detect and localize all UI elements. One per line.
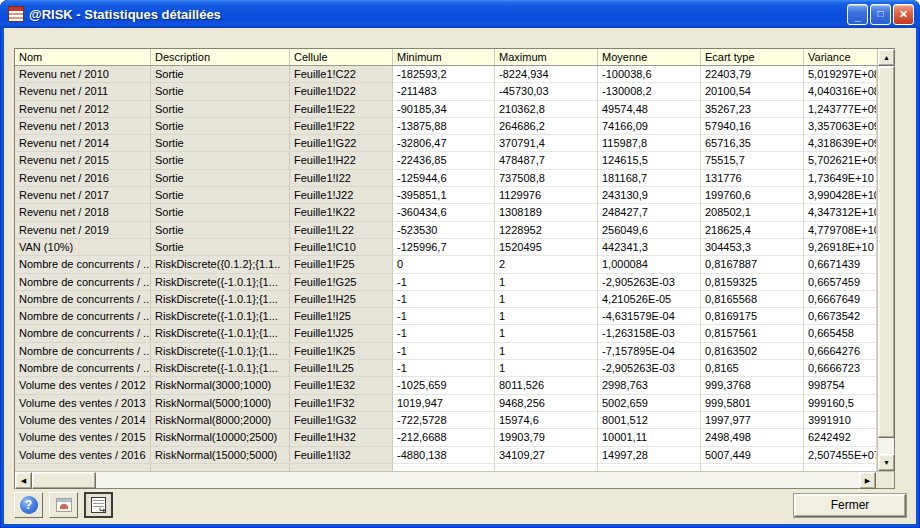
table-row[interactable]: Revenu net / 2013SortieFeuille1!F22-1387…: [15, 118, 877, 135]
column-header-nom[interactable]: Nom: [15, 49, 151, 65]
table-row[interactable]: Revenu net / 2010SortieFeuille1!C22-1825…: [15, 66, 877, 83]
table-row[interactable]: Nombre de concurrents / ..RiskDiscrete({…: [15, 291, 877, 308]
table-cell: 22403,79: [701, 66, 804, 83]
table-row[interactable]: Nombre de concurrents / ..RiskDiscrete({…: [15, 274, 877, 291]
table-row[interactable]: Revenu net / 2011SortieFeuille1!D22-2114…: [15, 83, 877, 100]
table-cell: -523530: [393, 222, 495, 239]
table-cell: Sortie: [151, 101, 290, 118]
table-row[interactable]: Nombre de concurrents / ..RiskDiscrete({…: [15, 343, 877, 360]
table-cell: -1: [393, 325, 495, 342]
table-row[interactable]: Revenu net / 2015SortieFeuille1!H22-2243…: [15, 152, 877, 169]
table-row[interactable]: VAN (10%)SortieFeuille1!C10-125996,71520…: [15, 239, 877, 256]
vertical-scroll-thumb[interactable]: [878, 66, 895, 438]
table-cell: Feuille1!K22: [290, 204, 393, 221]
column-header-ecart-type[interactable]: Ecart type: [701, 49, 804, 65]
table-row[interactable]: Volume des ventes / 2016RiskNormal(15000…: [15, 447, 877, 464]
column-header-cellule[interactable]: Cellule: [290, 49, 393, 65]
table-cell: [290, 464, 393, 471]
table-row[interactable]: Revenu net / 2019SortieFeuille1!L22-5235…: [15, 222, 877, 239]
table-cell: 0,8159325: [701, 274, 804, 291]
table-cell: Revenu net / 2016: [15, 170, 151, 187]
table-header-row: NomDescriptionCelluleMinimumMaximumMoyen…: [15, 49, 877, 66]
table-cell: 49574,48: [598, 101, 701, 118]
table-cell: Feuille1!F25: [290, 256, 393, 273]
table-cell: 1: [495, 360, 598, 377]
table-row[interactable]: Nombre de concurrents / ..RiskDiscrete({…: [15, 325, 877, 342]
vertical-scrollbar[interactable]: ▲ ▼: [877, 49, 894, 471]
table-cell: RiskDiscrete({-1.0.1};{1...: [151, 325, 290, 342]
minimize-button[interactable]: _: [847, 4, 868, 25]
table-cell: 3,357063E+09: [804, 118, 877, 135]
table-cell: 210362,8: [495, 101, 598, 118]
table-cell: Volume des ventes / 2013: [15, 395, 151, 412]
table-cell: 1129976: [495, 187, 598, 204]
table-cell: -8224,934: [495, 66, 598, 83]
table-row[interactable]: Volume des ventes / 2014RiskNormal(8000;…: [15, 412, 877, 429]
table-cell: 1308189: [495, 204, 598, 221]
horizontal-scroll-track[interactable]: [96, 472, 859, 488]
table-cell: [151, 464, 290, 471]
table-cell: -395851,1: [393, 187, 495, 204]
export-report-icon: [91, 497, 106, 513]
table-cell: -2,905263E-03: [598, 360, 701, 377]
column-header-variance[interactable]: Variance: [804, 49, 877, 65]
table-cell: RiskDiscrete({-1.0.1};{1...: [151, 291, 290, 308]
table-cell: -130008,2: [598, 83, 701, 100]
horizontal-scrollbar[interactable]: ◀ ▶: [15, 472, 876, 488]
table-row[interactable]: Revenu net / 2016SortieFeuille1!I22-1259…: [15, 170, 877, 187]
table-cell: 478487,7: [495, 152, 598, 169]
column-header-description[interactable]: Description: [151, 49, 290, 65]
table-cell: Nombre de concurrents / ..: [15, 291, 151, 308]
app-icon: [8, 6, 24, 22]
help-button[interactable]: ?: [14, 492, 43, 518]
horizontal-scroll-thumb[interactable]: [32, 472, 96, 489]
table-cell: 999160,5: [804, 395, 877, 412]
table-cell: Feuille1!F32: [290, 395, 393, 412]
table-row[interactable]: Volume des ventes / 2012RiskNormal(3000;…: [15, 377, 877, 394]
table-cell: 1: [495, 325, 598, 342]
table-row[interactable]: Nombre de concurrents / ..RiskDiscrete({…: [15, 256, 877, 273]
table-cell: Feuille1!H25: [290, 291, 393, 308]
table-row[interactable]: Revenu net / 2014SortieFeuille1!G22-3280…: [15, 135, 877, 152]
column-header-moyenne[interactable]: Moyenne: [598, 49, 701, 65]
table-cell: -360434,6: [393, 204, 495, 221]
maximize-button[interactable]: □: [870, 4, 891, 25]
scroll-right-button[interactable]: ▶: [859, 472, 876, 489]
scroll-left-button[interactable]: ◀: [15, 472, 32, 489]
column-header-maximum[interactable]: Maximum: [495, 49, 598, 65]
scroll-down-button[interactable]: ▼: [878, 454, 895, 471]
export-report-button[interactable]: [84, 492, 113, 518]
table-row[interactable]: Revenu net / 2018SortieFeuille1!K22-3604…: [15, 204, 877, 221]
table-row[interactable]: Nombre de concurrents / ..RiskDiscrete({…: [15, 360, 877, 377]
table-cell: 243130,9: [598, 187, 701, 204]
table-cell: 8011,526: [495, 377, 598, 394]
table-row[interactable]: Nombre de concurrents / ..RiskDiscrete({…: [15, 308, 877, 325]
close-dialog-button[interactable]: Fermer: [794, 494, 906, 517]
table-cell: Revenu net / 2011: [15, 83, 151, 100]
titlebar[interactable]: @RISK - Statistiques détaillées _ □ ✕: [0, 0, 920, 28]
table-cell: 35267,23: [701, 101, 804, 118]
table-cell: RiskNormal(3000;1000): [151, 377, 290, 394]
table-row[interactable]: Volume des ventes / 2013RiskNormal(5000;…: [15, 395, 877, 412]
table-cell: 2,507455E+07: [804, 447, 877, 464]
table-cell: Sortie: [151, 170, 290, 187]
vertical-scroll-track[interactable]: [878, 438, 894, 454]
table-cell: 1: [495, 274, 598, 291]
dialog-window: @RISK - Statistiques détaillées _ □ ✕ No…: [0, 0, 920, 528]
table-row[interactable]: Revenu net / 2017SortieFeuille1!J22-3958…: [15, 187, 877, 204]
scroll-up-button[interactable]: ▲: [878, 49, 895, 66]
excel-report-icon: [56, 498, 72, 512]
table-cell: 2998,763: [598, 377, 701, 394]
table-row[interactable]: Volume des ventes / 2015RiskNormal(10000…: [15, 429, 877, 446]
table-cell: 2498,498: [701, 429, 804, 446]
table-cell: 1: [495, 308, 598, 325]
table-cell: 9,26918E+10: [804, 239, 877, 256]
table-cell: -1025,659: [393, 377, 495, 394]
table-row[interactable]: Revenu net / 2012SortieFeuille1!E22-9018…: [15, 101, 877, 118]
table-cell: Feuille1!C22: [290, 66, 393, 83]
table-cell: Revenu net / 2012: [15, 101, 151, 118]
table-cell: 208502,1: [701, 204, 804, 221]
excel-report-button[interactable]: [49, 492, 78, 518]
column-header-minimum[interactable]: Minimum: [393, 49, 495, 65]
close-button[interactable]: ✕: [893, 4, 914, 25]
